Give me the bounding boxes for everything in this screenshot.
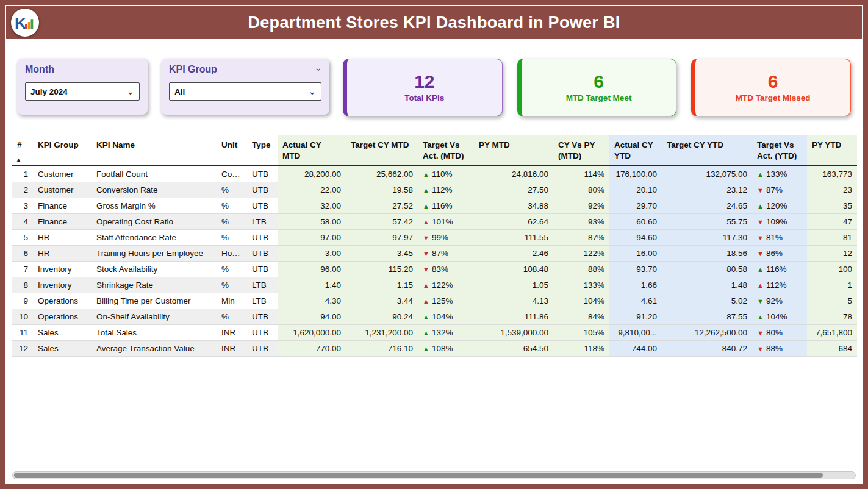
table-cell: 654.50 [474, 341, 553, 357]
sort-ascending-icon[interactable]: ▲ [16, 156, 21, 163]
dashboard-frame: K Department Stores KPI Dashboard in Pow… [0, 0, 868, 489]
column-header-target-cy-mtd[interactable]: Target CY MTD [346, 135, 418, 166]
table-cell: 1.48 [662, 277, 752, 293]
table-cell: 90.24 [346, 309, 418, 325]
table-cell: UTB [247, 309, 278, 325]
scrollbar-thumb[interactable] [14, 473, 823, 478]
column-header-actual-cy-ytd[interactable]: Actual CY YTD [609, 135, 662, 166]
mtd-target-meet-value: 6 [594, 73, 604, 91]
table-cell: 2 [12, 182, 33, 198]
table-cell: Billing Time per Customer [91, 293, 217, 309]
table-cell: 1,539,000.00 [474, 325, 553, 341]
table-cell: UTB [247, 325, 278, 341]
kpi-table-body: 1CustomerFootfall CountCountUTB28,200.00… [12, 166, 857, 357]
table-row: 8InventoryShrinkage Rate%LTB1.401.15▲122… [12, 277, 857, 293]
table-cell: 6 [12, 246, 33, 262]
table-cell: 57.42 [346, 214, 418, 230]
table-cell: 9,810,00... [609, 325, 662, 341]
table-cell: 24,816.00 [474, 166, 553, 182]
table-row: 4FinanceOperating Cost Ratio%LTB58.0057.… [12, 214, 857, 230]
target-vs-actual-cell: ▼81% [752, 230, 807, 246]
target-vs-actual-cell: ▼86% [752, 246, 807, 262]
column-header-target-vs-act-ytd[interactable]: Target Vs Act. (YTD) [752, 135, 807, 166]
table-row: 11SalesTotal SalesINRUTB1,620,000.001,23… [12, 325, 857, 341]
table-cell: 32.00 [278, 198, 346, 214]
table-cell: 1.66 [609, 277, 662, 293]
table-row: 5HRStaff Attendance Rate%UTB97.0097.97▼9… [12, 230, 857, 246]
target-vs-actual-cell: ▲104% [418, 309, 474, 325]
table-cell: 94.00 [278, 309, 346, 325]
table-cell: 744.00 [609, 341, 662, 357]
table-cell: 87.55 [662, 309, 752, 325]
total-kpis-card: 12 Total KPIs [343, 59, 503, 116]
table-cell: LTB [247, 277, 278, 293]
table-cell: 111.86 [474, 309, 553, 325]
table-cell: Customer [33, 182, 91, 198]
table-cell: Finance [33, 198, 91, 214]
table-cell: 92% [553, 198, 609, 214]
target-vs-actual-cell: ▼80% [752, 325, 807, 341]
table-cell: 58.00 [278, 214, 346, 230]
table-cell: 93% [553, 214, 609, 230]
table-cell: Footfall Count [91, 166, 217, 182]
column-header-kpi-group[interactable]: KPI Group [33, 135, 91, 166]
table-cell: 163,773 [807, 166, 857, 182]
column-header-py-ytd[interactable]: PY YTD [807, 135, 857, 166]
month-select[interactable]: July 2024 ⌄ [25, 82, 140, 101]
table-header-row: #▲ KPI Group KPI Name Unit Type Actual C… [12, 135, 857, 166]
column-header-py-mtd[interactable]: PY MTD [474, 135, 553, 166]
filters-row: Month July 2024 ⌄ ⌄ KPI Group All ⌄ 12 T… [12, 59, 856, 116]
table-cell: 1,620,000.00 [278, 325, 346, 341]
target-vs-actual-cell: ▲110% [418, 166, 474, 182]
table-row: 6HRTraining Hours per EmployeeHoursUTB3.… [12, 246, 857, 262]
column-header-kpi-name[interactable]: KPI Name [91, 135, 217, 166]
table-cell: 1,231,200.00 [346, 325, 418, 341]
table-cell: Operations [33, 309, 91, 325]
title-bar: K Department Stores KPI Dashboard in Pow… [6, 6, 862, 39]
table-cell: 117.30 [662, 230, 752, 246]
arrow-up-icon: ▲ [423, 187, 429, 194]
table-cell: 132,075.00 [662, 166, 752, 182]
table-cell: 118% [553, 341, 609, 357]
horizontal-scrollbar[interactable] [12, 471, 856, 479]
table-cell: 80.58 [662, 262, 752, 277]
table-cell: 7,651,800 [807, 325, 857, 341]
arrow-up-icon: ▲ [423, 345, 429, 352]
table-cell: Inventory [33, 262, 91, 277]
column-header-unit[interactable]: Unit [217, 135, 247, 166]
mtd-target-missed-label: MTD Target Missed [736, 93, 811, 102]
table-cell: Customer [33, 166, 91, 182]
column-header-target-vs-act-mtd[interactable]: Target Vs Act. (MTD) [418, 135, 474, 166]
total-kpis-value: 12 [414, 73, 434, 91]
table-cell: 9 [12, 293, 33, 309]
kpi-group-select[interactable]: All ⌄ [169, 82, 321, 101]
table-cell: LTB [247, 293, 278, 309]
table-cell: 4.61 [609, 293, 662, 309]
table-cell: 84% [553, 309, 609, 325]
table-cell: 28,200.00 [278, 166, 346, 182]
column-header-actual-cy-mtd[interactable]: Actual CY MTD [278, 135, 346, 166]
table-cell: 35 [807, 198, 857, 214]
chevron-down-icon[interactable]: ⌄ [314, 62, 322, 73]
table-cell: 115.20 [346, 262, 418, 277]
target-vs-actual-cell: ▲122% [418, 277, 474, 293]
table-cell: 176,100.00 [609, 166, 662, 182]
arrow-down-icon: ▼ [423, 250, 429, 257]
column-header-type[interactable]: Type [247, 135, 278, 166]
table-cell: Total Sales [91, 325, 217, 341]
column-header-cy-vs-py-mtd[interactable]: CY Vs PY (MTD) [553, 135, 609, 166]
table-cell: 100 [807, 262, 857, 277]
table-cell: Sales [33, 341, 91, 357]
table-cell: 60.60 [609, 214, 662, 230]
column-header-target-cy-ytd[interactable]: Target CY YTD [662, 135, 752, 166]
table-cell: Inventory [33, 277, 91, 293]
table-cell: 133% [553, 277, 609, 293]
column-header-index[interactable]: #▲ [12, 135, 33, 166]
kpi-group-select-value: All [174, 87, 185, 96]
table-cell: % [217, 262, 247, 277]
page-title: Department Stores KPI Dashboard in Power… [6, 13, 862, 32]
target-vs-actual-cell: ▼88% [752, 341, 807, 357]
chevron-down-icon: ⌄ [126, 86, 134, 97]
table-cell: % [217, 309, 247, 325]
table-cell: UTB [247, 262, 278, 277]
